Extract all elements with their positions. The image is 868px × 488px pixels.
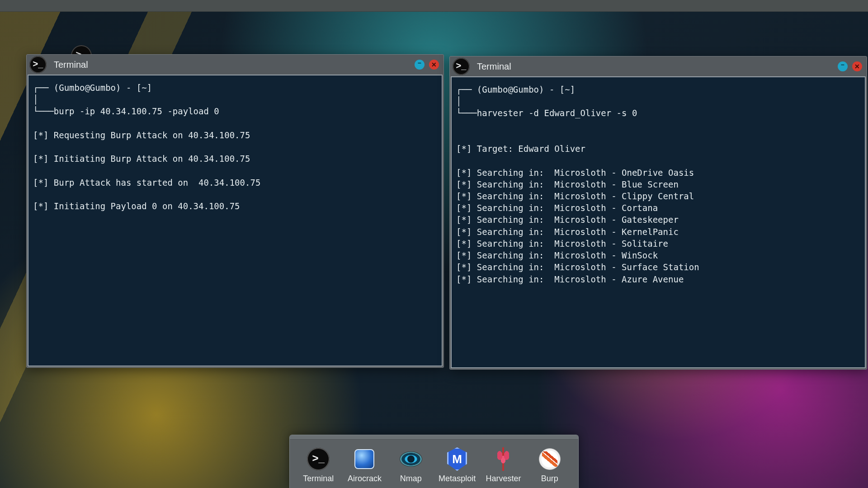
nmap-icon <box>400 451 422 467</box>
dock-label: Burp <box>541 474 558 483</box>
terminal-window-left[interactable]: >_ Terminal – ✕ ┌── (Gumbo@Gumbo) - [~] … <box>26 54 444 368</box>
window-title: Terminal <box>54 60 88 70</box>
terminal-icon: >_ <box>29 56 47 73</box>
terminal-output[interactable]: ┌── (Gumbo@Gumbo) - [~] │ └───harvester … <box>451 76 866 368</box>
metasploit-icon: M <box>447 447 467 471</box>
dock-item-airocrack[interactable]: Airocrack <box>343 448 386 483</box>
terminal-icon: >_ <box>453 58 470 75</box>
terminal-window-right[interactable]: >_ Terminal – ✕ ┌── (Gumbo@Gumbo) - [~] … <box>449 56 867 370</box>
dock-item-nmap[interactable]: Nmap <box>389 448 433 483</box>
terminal-icon: >_ <box>307 448 330 470</box>
close-button[interactable]: ✕ <box>429 60 439 70</box>
titlebar[interactable]: >_ Terminal – ✕ <box>450 56 867 76</box>
titlebar[interactable]: >_ Terminal – ✕ <box>27 55 443 75</box>
dock-label: Metasploit <box>439 474 476 483</box>
minimize-button[interactable]: – <box>838 61 848 71</box>
dock-label: Harvester <box>486 474 521 483</box>
dock-label: Terminal <box>303 474 334 483</box>
close-button[interactable]: ✕ <box>852 61 862 71</box>
dock-label: Airocrack <box>348 474 382 483</box>
burp-icon <box>539 448 561 470</box>
minimize-button[interactable]: – <box>415 60 425 70</box>
harvester-icon <box>495 447 512 471</box>
window-title: Terminal <box>477 61 511 72</box>
dock-item-terminal[interactable]: >_ Terminal <box>297 448 340 483</box>
dock-label: Nmap <box>400 474 422 483</box>
dock: >_ Terminal Airocrack Nmap M Metasploit … <box>289 435 579 488</box>
dock-grip[interactable] <box>290 435 578 440</box>
terminal-output[interactable]: ┌── (Gumbo@Gumbo) - [~] │ └───burp -ip 4… <box>28 75 443 366</box>
dock-item-metasploit[interactable]: M Metasploit <box>435 448 479 483</box>
airocrack-icon <box>354 449 374 469</box>
dock-item-harvester[interactable]: Harvester <box>481 448 525 483</box>
top-menu-bar <box>0 0 868 12</box>
dock-item-burp[interactable]: Burp <box>528 448 571 483</box>
